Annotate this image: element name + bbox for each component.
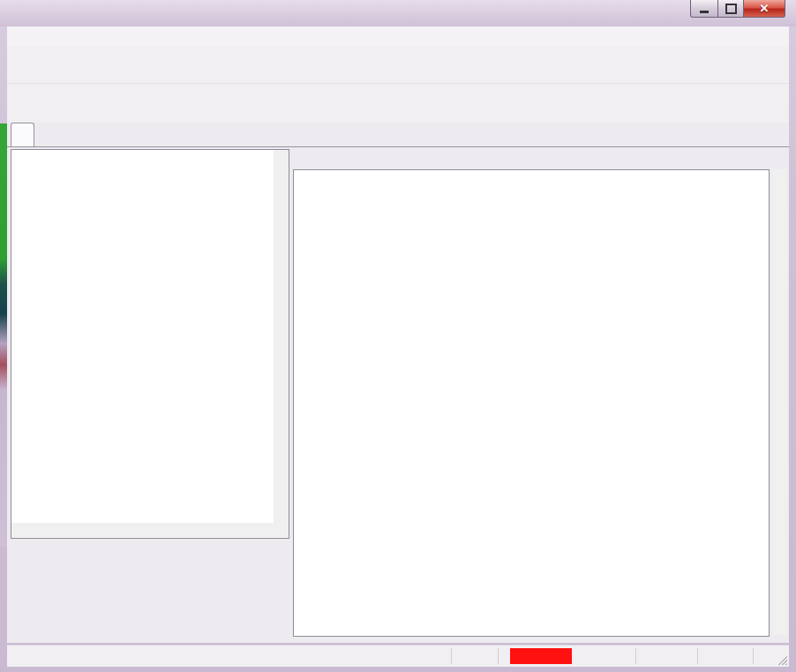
window-edge-reflection bbox=[0, 123, 7, 547]
program-tab[interactable] bbox=[11, 123, 34, 147]
statusbar bbox=[7, 645, 789, 667]
maximize-button[interactable] bbox=[718, 0, 743, 18]
minimize-button[interactable] bbox=[690, 0, 718, 18]
test-tree-panel bbox=[11, 149, 289, 539]
menubar bbox=[7, 26, 789, 47]
main-area bbox=[7, 146, 789, 643]
test-detail-form bbox=[9, 541, 288, 643]
log-panel bbox=[289, 147, 789, 641]
close-button[interactable]: ✕ bbox=[743, 0, 785, 18]
resize-grip[interactable] bbox=[776, 653, 787, 665]
test-tree bbox=[11, 152, 274, 523]
log-content bbox=[293, 169, 770, 637]
program-tabstrip bbox=[7, 123, 789, 146]
tree-horizontal-scrollbar[interactable] bbox=[11, 523, 274, 538]
titlebar[interactable]: ✕ bbox=[0, 0, 796, 26]
fail-count-badge bbox=[510, 648, 572, 664]
log-toolbar bbox=[7, 84, 789, 123]
tree-vertical-scrollbar[interactable] bbox=[274, 150, 289, 523]
application-window: { "window": { "title": "TS900_DEMO - HC2… bbox=[0, 0, 796, 672]
log-vertical-scrollbar[interactable] bbox=[772, 169, 787, 635]
app-logo-icon bbox=[11, 5, 26, 21]
run-toolbar bbox=[7, 46, 789, 84]
